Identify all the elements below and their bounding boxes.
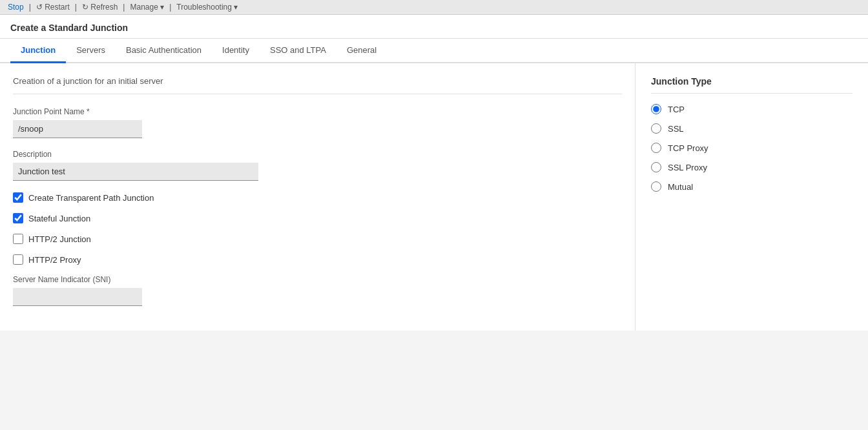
restart-link[interactable]: ↺ Restart <box>36 3 70 12</box>
radio-tcp-proxy-label: TCP Proxy <box>668 143 708 153</box>
stateful-checkbox[interactable] <box>13 213 23 223</box>
section-description: Creation of a junction for an initial se… <box>13 76 622 94</box>
radio-tcp-label: TCP <box>668 105 685 114</box>
radio-item-tcp: TCP <box>651 104 852 114</box>
description-label: Description <box>13 150 622 159</box>
transparent-path-label: Create Transparent Path Junction <box>28 193 154 203</box>
tab-identity[interactable]: Identity <box>212 39 260 63</box>
radio-ssl-proxy-label: SSL Proxy <box>668 163 707 172</box>
tab-basic-auth[interactable]: Basic Authentication <box>116 39 212 63</box>
radio-ssl-proxy[interactable] <box>651 162 661 172</box>
radio-item-tcp-proxy: TCP Proxy <box>651 143 852 153</box>
radio-mutual[interactable] <box>651 181 661 192</box>
restart-icon: ↺ <box>36 3 43 12</box>
refresh-link[interactable]: ↻ Refresh <box>82 3 118 12</box>
page-container: Create a Standard Junction Junction Serv… <box>0 15 868 331</box>
radio-tcp-proxy[interactable] <box>651 143 661 153</box>
transparent-path-checkbox[interactable] <box>13 192 23 203</box>
http2-proxy-checkbox[interactable] <box>13 254 23 265</box>
content-area: Creation of a junction for an initial se… <box>0 63 868 331</box>
radio-ssl-label: SSL <box>668 124 684 134</box>
junction-type-radio-group: TCP SSL TCP Proxy SSL Proxy Mutual <box>651 104 852 192</box>
junction-point-name-input[interactable] <box>13 120 142 138</box>
radio-item-ssl-proxy: SSL Proxy <box>651 162 852 172</box>
page-title: Create a Standard Junction <box>0 15 868 39</box>
right-panel: Junction Type TCP SSL TCP Proxy SSL Prox… <box>636 63 868 331</box>
http2-proxy-label: HTTP/2 Proxy <box>28 255 81 265</box>
manage-link[interactable]: Manage ▾ <box>130 3 164 12</box>
description-group: Description <box>13 150 622 181</box>
http2-junction-checkbox[interactable] <box>13 234 23 244</box>
troubleshooting-link[interactable]: Troubleshooting ▾ <box>176 3 238 12</box>
junction-point-name-label: Junction Point Name * <box>13 107 622 116</box>
radio-mutual-label: Mutual <box>668 182 693 192</box>
stop-link[interactable]: Stop <box>8 3 24 12</box>
tab-general[interactable]: General <box>336 39 387 63</box>
refresh-icon: ↻ <box>82 3 88 12</box>
description-input[interactable] <box>13 163 258 181</box>
http2-junction-label: HTTP/2 Junction <box>28 234 91 244</box>
junction-point-name-group: Junction Point Name * <box>13 107 622 138</box>
sni-input[interactable] <box>13 288 142 306</box>
tabs-bar: Junction Servers Basic Authentication Id… <box>0 39 868 63</box>
troubleshooting-chevron-icon: ▾ <box>234 3 238 12</box>
tab-junction[interactable]: Junction <box>10 39 66 63</box>
http2-junction-checkbox-group: HTTP/2 Junction <box>13 234 622 244</box>
sni-label: Server Name Indicator (SNI) <box>13 275 622 284</box>
manage-chevron-icon: ▾ <box>160 3 164 12</box>
tab-sso-ltpa[interactable]: SSO and LTPA <box>260 39 336 63</box>
stateful-label: Stateful Junction <box>28 214 90 223</box>
radio-ssl[interactable] <box>651 123 661 134</box>
top-bar: Stop | ↺ Restart | ↻ Refresh | Manage ▾ … <box>0 0 868 15</box>
transparent-path-checkbox-group: Create Transparent Path Junction <box>13 192 622 203</box>
stateful-checkbox-group: Stateful Junction <box>13 213 622 223</box>
radio-tcp[interactable] <box>651 104 661 114</box>
radio-item-ssl: SSL <box>651 123 852 134</box>
sni-group: Server Name Indicator (SNI) <box>13 275 622 306</box>
tab-servers[interactable]: Servers <box>66 39 116 63</box>
radio-item-mutual: Mutual <box>651 181 852 192</box>
http2-proxy-checkbox-group: HTTP/2 Proxy <box>13 254 622 265</box>
left-panel: Creation of a junction for an initial se… <box>0 63 636 331</box>
junction-type-title: Junction Type <box>651 76 852 94</box>
